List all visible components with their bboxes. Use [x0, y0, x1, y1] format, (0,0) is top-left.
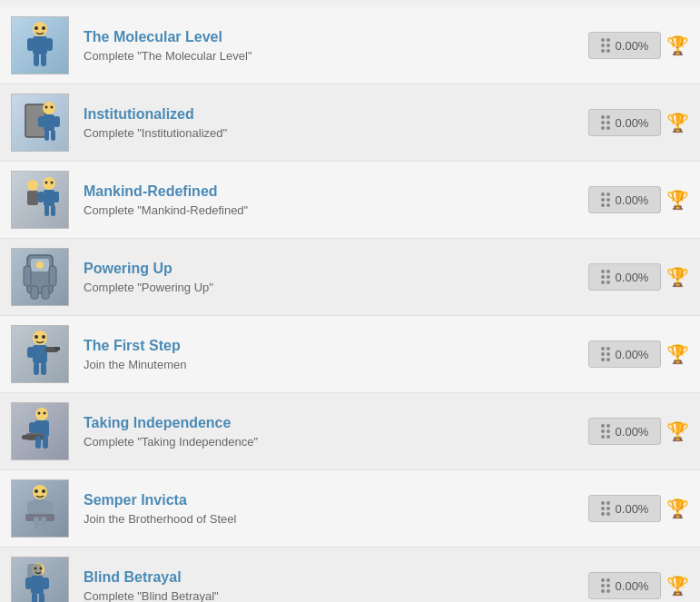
achievement-score: 0.00% 🏆 [588, 418, 689, 445]
trophy-icon: 🏆 [666, 498, 689, 519]
achievement-description: Complete "Taking Independence" [84, 435, 574, 449]
achievement-info: The Molecular Level Complete "The Molecu… [84, 29, 574, 63]
svg-rect-41 [41, 362, 46, 375]
score-dots-icon [601, 501, 610, 516]
score-badge: 0.00% [588, 340, 661, 368]
svg-rect-40 [34, 362, 39, 375]
svg-point-61 [42, 489, 45, 493]
achievement-description: Complete "The Molecular Level" [84, 49, 574, 63]
achievement-row: The Molecular Level Complete "The Molecu… [0, 7, 700, 84]
achievement-info: Powering Up Complete "Powering Up" [84, 261, 574, 294]
achievement-score: 0.00% 🏆 [588, 263, 689, 291]
svg-rect-31 [24, 266, 31, 286]
svg-rect-55 [27, 501, 34, 514]
svg-rect-64 [31, 576, 44, 594]
achievement-score: 0.00% 🏆 [588, 572, 689, 599]
score-dot [601, 192, 605, 196]
score-dot [606, 435, 610, 439]
svg-rect-57 [25, 514, 54, 521]
score-dot [601, 578, 605, 582]
score-dots-icon [601, 424, 610, 439]
svg-point-27 [51, 182, 54, 184]
achievement-score: 0.00% 🏆 [588, 32, 689, 59]
achievement-title: The First Step [84, 338, 574, 354]
svg-point-7 [42, 26, 45, 30]
achievement-score: 0.00% 🏆 [588, 495, 689, 522]
score-dots-icon [601, 578, 610, 593]
svg-point-52 [44, 412, 46, 415]
svg-rect-12 [38, 116, 44, 127]
achievement-row: Institutionalized Complete "Institutiona… [0, 84, 700, 162]
trophy-icon: 🏆 [666, 420, 689, 442]
achievement-thumbnail [11, 479, 69, 538]
achievement-score: 0.00% 🏆 [588, 340, 689, 368]
svg-rect-3 [46, 38, 53, 51]
score-dot [601, 584, 605, 587]
score-dot [601, 126, 605, 130]
score-dot [601, 198, 605, 202]
trophy-icon: 🏆 [666, 266, 689, 288]
achievement-info: Semper Invicta Join the Brotherhood of S… [84, 492, 574, 526]
svg-rect-24 [44, 205, 49, 216]
score-dots-icon [601, 347, 610, 361]
score-badge: 0.00% [588, 186, 661, 213]
achievement-thumbnail [11, 402, 69, 460]
score-dot [601, 38, 605, 42]
svg-rect-59 [41, 517, 46, 529]
score-value: 0.00% [616, 193, 649, 207]
svg-point-42 [35, 335, 38, 339]
achievement-thumbnail [11, 16, 69, 74]
svg-rect-1 [33, 36, 47, 54]
trophy-icon: 🏆 [666, 189, 689, 211]
score-badge: 0.00% [588, 418, 661, 445]
score-badge: 0.00% [588, 495, 661, 522]
score-dots-icon [601, 38, 610, 53]
score-dot [606, 121, 610, 124]
score-dot [606, 507, 610, 510]
svg-rect-19 [27, 191, 38, 205]
svg-rect-58 [34, 517, 39, 529]
score-dot [601, 507, 605, 510]
achievement-info: The First Step Join the Minutemen [84, 338, 574, 371]
score-value: 0.00% [616, 348, 649, 361]
score-dot [601, 270, 605, 273]
score-dot [601, 347, 605, 350]
achievement-row: Blind Betrayal Complete "Blind Betrayal"… [0, 548, 700, 602]
svg-rect-33 [31, 286, 38, 299]
svg-rect-13 [54, 116, 60, 127]
score-dot [606, 589, 610, 593]
achievement-title: Institutionalized [84, 106, 574, 123]
score-dot [606, 192, 610, 196]
svg-rect-2 [27, 38, 34, 51]
svg-rect-67 [32, 593, 37, 602]
svg-rect-11 [44, 114, 54, 131]
svg-rect-32 [49, 266, 56, 286]
score-dot [606, 115, 610, 119]
svg-rect-5 [41, 54, 46, 66]
score-dot [601, 429, 605, 433]
score-dots-icon [601, 192, 610, 207]
svg-point-18 [27, 180, 38, 191]
score-dot [601, 352, 605, 356]
svg-point-69 [35, 567, 37, 570]
score-dot [606, 198, 610, 202]
svg-point-44 [35, 408, 48, 420]
achievement-title: Taking Independence [84, 415, 574, 431]
svg-point-43 [42, 335, 45, 339]
svg-rect-68 [39, 593, 44, 602]
score-dot [601, 589, 605, 593]
score-value: 0.00% [616, 579, 649, 593]
achievement-title: The Molecular Level [84, 29, 574, 45]
svg-point-16 [45, 106, 48, 109]
trophy-icon: 🏆 [666, 112, 689, 133]
achievement-title: Powering Up [84, 261, 574, 277]
svg-rect-4 [34, 54, 39, 66]
achievement-row: The First Step Join the Minutemen 0.00% … [0, 316, 700, 393]
svg-rect-50 [43, 436, 48, 449]
score-dot [606, 281, 610, 284]
score-dot [601, 501, 605, 505]
score-badge: 0.00% [588, 109, 661, 136]
achievement-score: 0.00% 🏆 [588, 186, 689, 213]
achievement-description: Complete "Blind Betrayal" [84, 589, 574, 603]
achievement-info: Blind Betrayal Complete "Blind Betrayal" [84, 569, 574, 603]
